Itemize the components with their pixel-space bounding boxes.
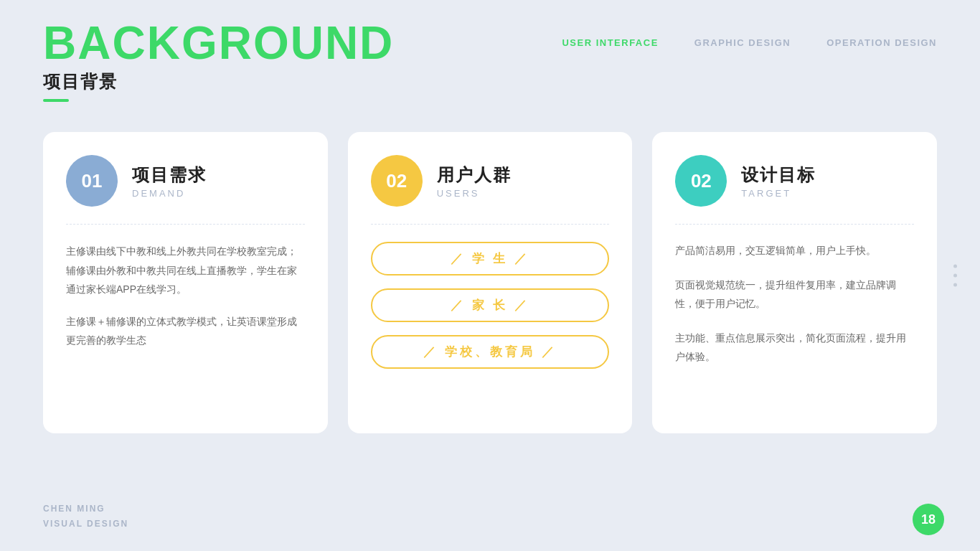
demand-para-1: 主修课由线下中教和线上外教共同在学校教室完成；辅修课由外教和中教共同在线上直播教… xyxy=(66,242,305,299)
card-title-demand: 项目需求 DEMAND xyxy=(132,164,207,199)
user-tag-school: ／ 学校、教育局 ／ xyxy=(371,335,610,369)
dot-1 xyxy=(953,265,957,268)
target-item-3: 主功能、重点信息展示突出，简化页面流程，提升用户体验。 xyxy=(675,329,914,367)
main-title: BACKGROUND xyxy=(43,20,394,66)
card-title-zh-demand: 项目需求 xyxy=(132,164,207,187)
title-block: BACKGROUND 项目背景 xyxy=(43,20,394,102)
header: BACKGROUND 项目背景 USER INTERFACE GRAPHIC D… xyxy=(0,0,980,102)
title-underline xyxy=(43,99,69,102)
user-tag-parent: ／ 家 长 ／ xyxy=(371,288,610,322)
card-number-02-users: 02 xyxy=(371,155,423,207)
card-title-zh-target: 设计目标 xyxy=(741,164,816,187)
card-target: 02 设计目标 TARGET 产品简洁易用，交互逻辑简单，用户上手快。 页面视觉… xyxy=(652,132,937,433)
target-items: 产品简洁易用，交互逻辑简单，用户上手快。 页面视觉规范统一，提升组件复用率，建立… xyxy=(675,242,914,366)
card-divider-target xyxy=(675,224,914,225)
card-title-users: 用户人群 USERS xyxy=(437,164,512,199)
page-number: 18 xyxy=(913,504,944,535)
card-number-02-target: 02 xyxy=(675,155,727,207)
nav-operation-design[interactable]: OPERATION DESIGN xyxy=(826,37,937,48)
card-header-users: 02 用户人群 USERS xyxy=(371,155,610,207)
card-number-01: 01 xyxy=(66,155,118,207)
card-header-target: 02 设计目标 TARGET xyxy=(675,155,914,207)
card-demand: 01 项目需求 DEMAND 主修课由线下中教和线上外教共同在学校教室完成；辅修… xyxy=(43,132,328,433)
nav: USER INTERFACE GRAPHIC DESIGN OPERATION … xyxy=(562,20,937,48)
footer-name: CHEN MING VISUAL DESIGN xyxy=(43,501,128,531)
card-divider-users xyxy=(371,224,610,225)
cards-area: 01 项目需求 DEMAND 主修课由线下中教和线上外教共同在学校教室完成；辅修… xyxy=(0,109,980,433)
footer-name-line2: VISUAL DESIGN xyxy=(43,519,128,529)
demand-para-2: 主修课＋辅修课的立体式教学模式，让英语课堂形成更完善的教学生态 xyxy=(66,312,305,350)
nav-graphic-design[interactable]: GRAPHIC DESIGN xyxy=(694,37,791,48)
sub-title: 项目背景 xyxy=(43,70,394,93)
target-item-2: 页面视觉规范统一，提升组件复用率，建立品牌调性，便于用户记忆。 xyxy=(675,276,914,314)
dot-2 xyxy=(953,274,957,278)
card-title-en-demand: DEMAND xyxy=(132,188,207,199)
dots-decoration xyxy=(953,265,957,287)
card-title-en-target: TARGET xyxy=(741,188,816,199)
footer-name-line1: CHEN MING xyxy=(43,504,105,514)
card-divider-demand xyxy=(66,224,305,225)
card-users: 02 用户人群 USERS ／ 学 生 ／ ／ 家 长 ／ ／ 学校、教育局 ／ xyxy=(348,132,633,433)
card-header-demand: 01 项目需求 DEMAND xyxy=(66,155,305,207)
user-tag-student: ／ 学 生 ／ xyxy=(371,242,610,276)
card-body-demand: 主修课由线下中教和线上外教共同在学校教室完成；辅修课由外教和中教共同在线上直播教… xyxy=(66,242,305,350)
target-item-1: 产品简洁易用，交互逻辑简单，用户上手快。 xyxy=(675,242,914,260)
card-title-en-users: USERS xyxy=(437,188,512,199)
dot-3 xyxy=(953,283,957,287)
card-title-zh-users: 用户人群 xyxy=(437,164,512,187)
nav-user-interface[interactable]: USER INTERFACE xyxy=(562,37,658,48)
footer: CHEN MING VISUAL DESIGN xyxy=(43,501,128,531)
card-title-target: 设计目标 TARGET xyxy=(741,164,816,199)
user-tags: ／ 学 生 ／ ／ 家 长 ／ ／ 学校、教育局 ／ xyxy=(371,242,610,369)
